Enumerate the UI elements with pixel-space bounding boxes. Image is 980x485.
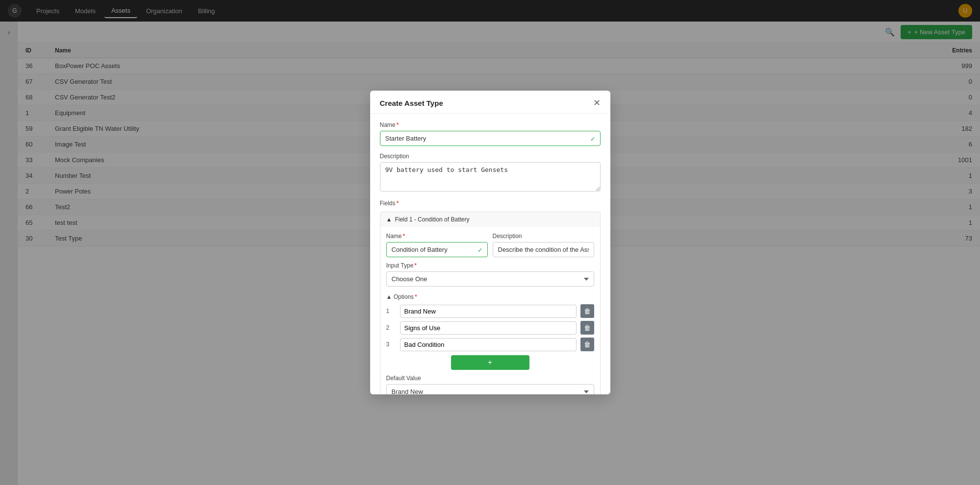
field-name-label: Name* (386, 233, 488, 240)
field-name-group: Name* ✓ (386, 233, 488, 257)
field-name-input[interactable] (386, 242, 488, 257)
field-1-card: ▲ Field 1 - Condition of Battery Name* (380, 212, 601, 394)
trash-icon: 🗑 (584, 324, 591, 332)
fields-label: Fields* (380, 200, 601, 207)
trash-icon: 🗑 (584, 340, 591, 348)
option-num-2: 2 (386, 324, 396, 331)
option-delete-1-button[interactable]: 🗑 (580, 304, 594, 318)
input-type-label: Input Type* (386, 262, 594, 269)
modal-title: Create Asset Type (380, 99, 443, 107)
field-1-body: Name* ✓ Description (380, 227, 600, 394)
name-input[interactable] (380, 131, 601, 146)
option-delete-3-button[interactable]: 🗑 (580, 338, 594, 351)
default-value-label: Default Value (386, 375, 594, 382)
name-check-icon: ✓ (590, 135, 596, 142)
field-1-title: Field 1 - Condition of Battery (395, 216, 469, 223)
options-label: ▲ Options* (386, 293, 594, 300)
description-textarea[interactable]: 9V battery used to start Gensets (380, 162, 601, 192)
option-row-3: 3 🗑 (386, 338, 594, 351)
modal-header: Create Asset Type ✕ (370, 91, 610, 114)
option-row-1: 1 🗑 (386, 304, 594, 318)
field-description-group: Description (493, 233, 594, 257)
default-value-section: Default Value Brand New (386, 375, 594, 394)
trash-icon: 🗑 (584, 307, 591, 315)
option-input-2[interactable] (400, 321, 577, 335)
field-description-label: Description (493, 233, 594, 240)
option-num-3: 3 (386, 341, 396, 348)
add-option-button[interactable]: + (451, 355, 529, 370)
options-section: ▲ Options* 1 🗑 2 (386, 293, 594, 370)
fields-group: Fields* ▲ Field 1 - Condition of Battery (380, 200, 601, 394)
field-description-input[interactable] (493, 242, 594, 257)
option-row-2: 2 🗑 (386, 321, 594, 335)
field-name-check-icon: ✓ (477, 246, 483, 253)
option-num-1: 1 (386, 308, 396, 315)
modal-close-button[interactable]: ✕ (593, 98, 601, 107)
create-asset-type-modal: Create Asset Type ✕ Name* ✓ Description … (370, 91, 610, 394)
field-name-desc-row: Name* ✓ Description (386, 233, 594, 257)
default-value-select[interactable]: Brand New (386, 384, 594, 394)
option-input-3[interactable] (400, 338, 577, 351)
option-input-1[interactable] (400, 305, 577, 318)
option-delete-2-button[interactable]: 🗑 (580, 321, 594, 335)
modal-overlay: Create Asset Type ✕ Name* ✓ Description … (0, 0, 980, 485)
modal-body: Name* ✓ Description 9V battery used to s… (370, 114, 610, 394)
input-type-select[interactable]: Choose One (386, 271, 594, 287)
description-label: Description (380, 153, 601, 160)
field-1-header[interactable]: ▲ Field 1 - Condition of Battery (380, 212, 600, 227)
name-input-wrapper: ✓ (380, 131, 601, 146)
name-group: Name* ✓ (380, 121, 601, 146)
name-label: Name* (380, 121, 601, 128)
description-group: Description 9V battery used to start Gen… (380, 153, 601, 193)
input-type-group: Input Type* Choose One (386, 262, 594, 287)
field-name-input-wrapper: ✓ (386, 242, 488, 257)
chevron-up-icon: ▲ (386, 216, 392, 223)
